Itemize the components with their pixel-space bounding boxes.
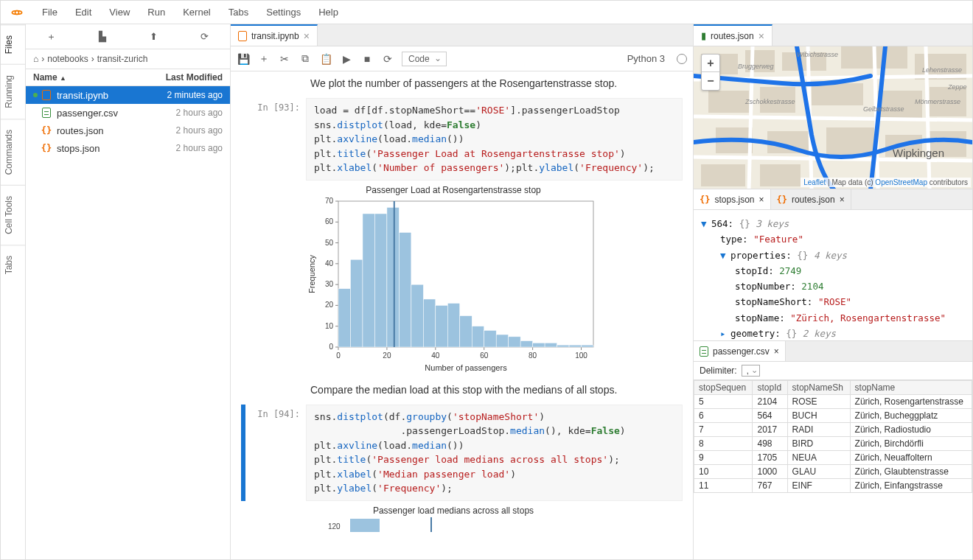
file-modified: 2 minutes ago [142,90,223,100]
notebook-toolbar: 💾 ＋ ✂ ⧉ 📋 ▶ ■ ⟳ Code Python 3 [231,46,693,71]
col-modified[interactable]: Last Modified [142,72,223,83]
code-cell[interactable]: In [93]: load = df[df.stopNameShort=='RO… [231,97,693,182]
table-row[interactable]: 91705NEUAZürich, Neuaffoltern [694,451,972,465]
menu-run[interactable]: Run [139,4,174,21]
code-input[interactable]: sns.distplot(df.groupby('stopNameShort')… [306,405,683,501]
kernel-name[interactable]: Python 3 [627,53,665,64]
markdown-cell[interactable]: Compare the median load at this stop wit… [231,381,693,403]
zoom-out-button[interactable]: − [702,72,719,90]
home-icon[interactable]: ⌂ [33,54,38,64]
table-row[interactable]: 11767EINFZürich, Einfangstrasse [694,479,972,493]
svg-rect-63 [708,91,749,113]
new-launcher-icon[interactable]: ＋ [43,30,60,43]
rail-tab-commands[interactable]: Commands [1,119,25,185]
table-row[interactable]: 101000GLAUZürich, Glaubtenstrasse [694,465,972,479]
tab-json-routes[interactable]: {} routes.json × [771,189,851,209]
svg-rect-34 [387,207,399,347]
rail-tab-files[interactable]: Files [1,24,25,64]
tab-map[interactable]: ▮ routes.json × [694,24,773,46]
svg-text:100: 100 [575,351,587,360]
disclosure-icon[interactable]: ▼ [720,248,728,263]
svg-text:Wipkingen: Wipkingen [893,147,944,159]
leaflet-link[interactable]: Leaflet [803,178,826,186]
svg-text:30: 30 [325,280,334,288]
tab-csv[interactable]: passenger.csv × [694,341,786,361]
close-icon[interactable]: × [758,30,764,42]
chart-title: Passenger Load at Rosengartenstrasse sto… [306,185,601,195]
osm-link[interactable]: OpenStreetMap [875,178,927,186]
rail-tab-celltools[interactable]: Cell Tools [1,185,25,245]
menu-tabs[interactable]: Tabs [220,4,257,21]
csv-header[interactable]: stopNameSh [787,381,850,395]
svg-text:Bruggerweg: Bruggerweg [738,63,774,70]
code-cell[interactable]: In [94]: sns.distplot(df.groupby('stopNa… [231,403,693,503]
stop-icon[interactable]: ■ [360,53,374,65]
svg-rect-36 [411,284,423,347]
csv-header[interactable]: stopSequen [694,381,753,395]
new-folder-icon[interactable]: ▙ [94,31,111,42]
rail-tab-tabs[interactable]: Tabs [1,245,25,284]
table-row[interactable]: 6564BUCHZürich, Bucheggplatz [694,409,972,423]
table-row[interactable]: 72017RADIZürich, Radiostudio [694,423,972,437]
save-icon[interactable]: 💾 [237,53,250,65]
add-cell-icon[interactable]: ＋ [257,52,271,66]
paste-icon[interactable]: 📋 [319,53,332,65]
cell-type-dropdown[interactable]: Code [402,52,447,66]
table-row[interactable]: 52104ROSEZürich, Rosengartenstrasse [694,395,972,409]
svg-rect-32 [363,213,374,346]
file-row[interactable]: {}routes.json2 hours ago [26,122,230,139]
refresh-icon[interactable]: ⟳ [195,31,213,42]
upload-icon[interactable]: ⬆ [144,31,162,42]
file-row[interactable]: passenger.csv2 hours ago [26,104,230,122]
restart-icon[interactable]: ⟳ [381,53,394,65]
file-name: stops.json [57,143,142,154]
file-row[interactable]: {}stops.json2 hours ago [26,139,230,157]
col-name[interactable]: Name [33,72,57,83]
svg-text:20: 20 [325,301,334,309]
menu-file[interactable]: File [33,4,66,21]
csv-toolbar: Delimiter: , [694,362,972,380]
close-icon[interactable]: × [840,195,845,205]
run-icon[interactable]: ▶ [340,53,353,65]
svg-text:60: 60 [480,351,489,360]
code-input[interactable]: load = df[df.stopNameShort=='ROSE'].pass… [306,98,683,181]
tab-label: stops.json [714,195,754,205]
menu-help[interactable]: Help [310,4,347,21]
jupyter-logo [10,5,24,20]
markdown-cell[interactable]: We plot the number of passengers at the … [231,74,693,97]
copy-icon[interactable]: ⧉ [299,52,312,65]
zoom-control: + − [701,54,720,91]
svg-rect-39 [447,303,459,346]
breadcrumb-seg[interactable]: notebooks [47,54,88,64]
json-icon: {} [700,195,710,205]
disclosure-icon[interactable]: ▼ [701,216,708,231]
svg-rect-65 [812,83,863,105]
disclosure-icon[interactable]: ▸ [720,326,728,341]
tab-label: routes.json [792,195,835,205]
svg-text:Zeppe: Zeppe [947,83,967,91]
map-view[interactable]: Wibichstrasse Bruggerweg Lehenstrasse Zs… [694,46,972,189]
cut-icon[interactable]: ✂ [278,53,291,65]
close-icon[interactable]: × [774,346,779,357]
csv-header[interactable]: stopId [753,381,787,395]
close-icon[interactable]: × [758,195,764,205]
svg-text:40: 40 [431,351,440,360]
zoom-in-button[interactable]: + [702,55,719,72]
tab-notebook[interactable]: transit.ipynb × [231,24,318,46]
menu-settings[interactable]: Settings [257,4,310,21]
breadcrumb[interactable]: ⌂ ›notebooks ›transit-zurich [26,49,230,69]
file-row[interactable]: transit.ipynb2 minutes ago [26,86,230,104]
close-icon[interactable]: × [304,30,310,42]
rail-tab-running[interactable]: Running [1,64,25,119]
breadcrumb-seg[interactable]: transit-zurich [97,54,148,64]
menu-view[interactable]: View [100,4,139,21]
csv-table[interactable]: stopSequenstopIdstopNameShstopName52104R… [694,380,972,559]
table-row[interactable]: 8498BIRDZürich, Birchdörfli [694,437,972,451]
svg-rect-74 [760,164,801,186]
tab-json-stops[interactable]: {} stops.json × [694,189,771,209]
json-viewer[interactable]: ▼564: {} 3 keys type: "Feature" ▼propert… [694,210,972,341]
menu-edit[interactable]: Edit [66,4,100,21]
delimiter-dropdown[interactable]: , [742,365,760,377]
menu-kernel[interactable]: Kernel [174,4,220,21]
csv-header[interactable]: stopName [850,381,972,395]
